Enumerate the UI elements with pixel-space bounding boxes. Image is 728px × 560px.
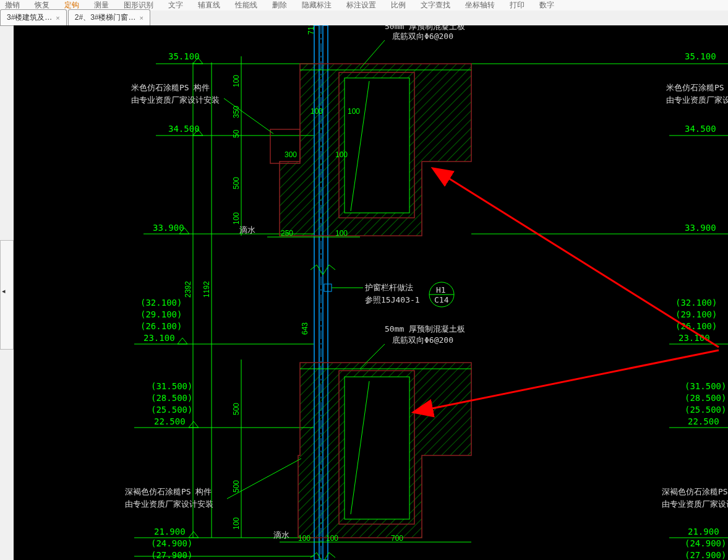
svg-text:(29.100): (29.100) xyxy=(140,309,182,319)
svg-text:底筋双向Φ6@200: 底筋双向Φ6@200 xyxy=(392,32,453,41)
svg-marker-36 xyxy=(189,532,199,538)
svg-text:(26.100): (26.100) xyxy=(675,321,717,331)
svg-text:100: 100 xyxy=(348,107,360,116)
menu-item[interactable]: 性能线 xyxy=(235,0,257,11)
svg-text:35.100: 35.100 xyxy=(168,51,200,61)
svg-text:22.500: 22.500 xyxy=(154,416,186,426)
svg-text:711: 711 xyxy=(307,25,315,35)
tab-1[interactable]: 3#楼建筑及… × xyxy=(0,9,67,25)
notes-lower: 深褐色仿石涂糙PS 构件 由专业资质厂家设计安装 滴水 xyxy=(125,459,301,540)
menu-item[interactable]: 坐标轴转 xyxy=(465,0,495,11)
collapse-arrow-icon[interactable]: ◂ xyxy=(2,287,6,295)
svg-text:H1: H1 xyxy=(436,285,446,295)
svg-text:21.900: 21.900 xyxy=(688,527,719,536)
elevation-labels-right: 35.100 34.500 33.900 (32.100) (29.100) (… xyxy=(675,51,726,560)
svg-text:滴水: 滴水 xyxy=(239,225,255,235)
svg-text:100: 100 xyxy=(298,534,310,543)
svg-text:米色仿石涂糙PS   构: 米色仿石涂糙PS 构 xyxy=(666,83,728,92)
svg-text:(26.100): (26.100) xyxy=(140,321,182,331)
drawing-canvas[interactable]: 35.100 34.500 33.900 (32.100) (29.100) (… xyxy=(14,25,728,560)
svg-text:深褐色仿石涂糙PS   构件: 深褐色仿石涂糙PS 构件 xyxy=(125,487,212,496)
svg-text:(32.100): (32.100) xyxy=(140,298,182,308)
svg-text:100: 100 xyxy=(335,229,348,238)
svg-text:250: 250 xyxy=(281,229,293,238)
svg-line-89 xyxy=(224,98,273,134)
svg-text:300: 300 xyxy=(285,150,297,159)
lower-detail xyxy=(298,363,471,538)
svg-text:(24.900): (24.900) xyxy=(151,538,192,548)
tab-2[interactable]: 2#、3#楼梯门窗… × xyxy=(68,9,150,25)
menu-item[interactable]: 隐藏标注 xyxy=(302,0,332,11)
svg-text:100: 100 xyxy=(232,75,241,87)
svg-text:33.900: 33.900 xyxy=(685,223,716,233)
upper-detail xyxy=(270,64,471,236)
svg-marker-32 xyxy=(189,421,199,428)
svg-text:深褐色仿石涂糙PS   构: 深褐色仿石涂糙PS 构 xyxy=(662,487,728,496)
svg-text:(27.900): (27.900) xyxy=(685,550,726,560)
svg-text:(28.500): (28.500) xyxy=(685,393,726,403)
svg-text:50mm    厚预制混凝土板: 50mm 厚预制混凝土板 xyxy=(385,25,465,31)
svg-text:100: 100 xyxy=(232,212,241,225)
slab-note-lower: 50mm 厚预制混凝土板 底筋双向Φ6@200 xyxy=(360,324,465,369)
menu-item[interactable]: 标注设置 xyxy=(346,0,376,11)
menu-item[interactable]: 辅直线 xyxy=(198,0,220,11)
svg-text:(32.100): (32.100) xyxy=(675,298,717,308)
svg-text:700: 700 xyxy=(391,534,403,543)
menu-item[interactable]: 文字查找 xyxy=(421,0,450,11)
menu-item[interactable]: 文字 xyxy=(168,0,183,11)
tab-bar: 3#楼建筑及… × 2#、3#楼梯门窗… × xyxy=(0,11,728,26)
menu-item[interactable]: 打印 xyxy=(510,0,525,11)
svg-text:由专业资质厂家设计安: 由专业资质厂家设计安 xyxy=(662,499,728,509)
close-icon[interactable]: × xyxy=(140,14,143,22)
svg-text:(25.500): (25.500) xyxy=(685,405,726,415)
svg-marker-27 xyxy=(178,338,187,344)
svg-text:500: 500 xyxy=(232,403,241,415)
annotation-arrows xyxy=(429,177,719,409)
tab-label: 2#、3#楼梯门窗… xyxy=(75,12,136,23)
svg-text:(27.900): (27.900) xyxy=(151,550,192,560)
svg-text:34.500: 34.500 xyxy=(685,124,716,134)
svg-text:100: 100 xyxy=(310,107,323,116)
svg-line-114 xyxy=(447,177,719,347)
close-icon[interactable]: × xyxy=(56,14,59,22)
svg-text:33.900: 33.900 xyxy=(153,223,184,233)
svg-text:C14: C14 xyxy=(434,295,449,304)
svg-text:由专业资质厂家设: 由专业资质厂家设 xyxy=(666,95,728,105)
menu-item[interactable]: 删除 xyxy=(272,0,287,11)
svg-text:滴水: 滴水 xyxy=(273,530,289,540)
svg-text:21.900: 21.900 xyxy=(154,527,186,536)
notes-right: 米色仿石涂糙PS 构 由专业资质厂家设 深褐色仿石涂糙PS 构 由专业资质厂家设… xyxy=(662,83,728,509)
guardrail-note: 护窗栏杆做法 参照15J403-1 H1 C14 xyxy=(324,282,454,307)
menu-item[interactable]: 比例 xyxy=(391,0,406,11)
svg-rect-70 xyxy=(345,377,409,519)
svg-text:500: 500 xyxy=(232,177,241,189)
menu-item[interactable]: 数字 xyxy=(539,0,554,11)
svg-line-107 xyxy=(227,459,301,499)
svg-text:50: 50 xyxy=(232,129,241,138)
svg-text:34.500: 34.500 xyxy=(168,124,200,134)
svg-line-115 xyxy=(429,350,719,409)
side-panel[interactable]: ◂ xyxy=(0,240,14,350)
svg-text:(29.100): (29.100) xyxy=(675,309,717,319)
svg-text:500: 500 xyxy=(232,480,241,493)
svg-text:100: 100 xyxy=(326,534,338,543)
svg-text:643: 643 xyxy=(301,322,309,335)
elevation-labels-left: 35.100 34.500 33.900 (32.100) (29.100) (… xyxy=(140,51,203,560)
svg-text:100: 100 xyxy=(335,150,348,159)
tab-label: 3#楼建筑及… xyxy=(7,12,52,23)
svg-text:(24.900): (24.900) xyxy=(685,538,726,548)
svg-text:1192: 1192 xyxy=(202,281,211,298)
svg-text:(28.500): (28.500) xyxy=(151,393,192,403)
svg-text:100: 100 xyxy=(232,517,241,530)
svg-rect-51 xyxy=(345,78,409,213)
svg-text:2392: 2392 xyxy=(184,281,192,298)
svg-text:(25.500): (25.500) xyxy=(151,405,192,415)
svg-text:23.100: 23.100 xyxy=(143,333,175,343)
svg-text:由专业资质厂家设计安装: 由专业资质厂家设计安装 xyxy=(131,95,220,105)
svg-text:底筋双向Φ6@200: 底筋双向Φ6@200 xyxy=(392,335,453,345)
svg-text:(31.500): (31.500) xyxy=(685,381,726,391)
svg-text:护窗栏杆做法: 护窗栏杆做法 xyxy=(364,283,413,292)
svg-text:参照15J403-1: 参照15J403-1 xyxy=(365,295,420,304)
svg-text:22.500: 22.500 xyxy=(688,416,719,426)
svg-text:(31.500): (31.500) xyxy=(151,381,192,391)
